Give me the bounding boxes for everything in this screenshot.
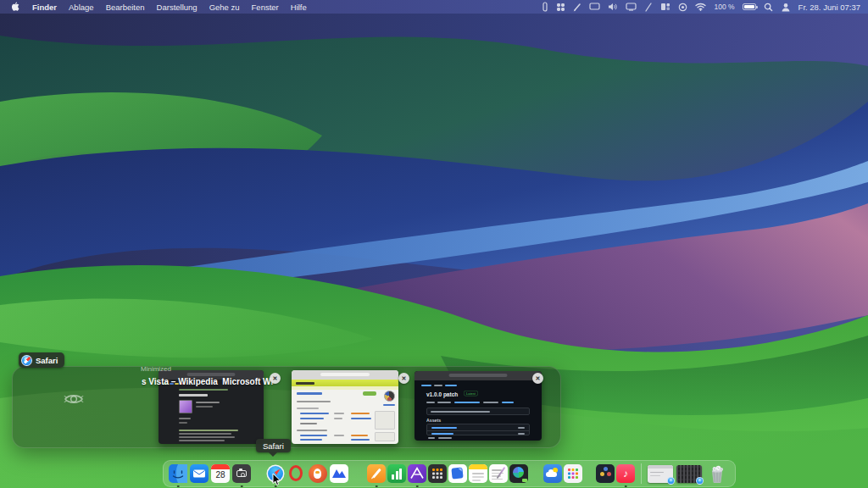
- expose-app-tag: Safari: [19, 352, 64, 368]
- menu-ablage[interactable]: Ablage: [69, 3, 94, 12]
- dock-tooltip-label: Safari: [263, 441, 284, 451]
- window-thumbnail-light-forum[interactable]: [292, 370, 398, 444]
- hidden-eye-icon: [63, 389, 85, 409]
- cloud-glyph: [546, 472, 557, 477]
- thumb2-green-button: [363, 391, 376, 396]
- opera-ring: [289, 465, 303, 481]
- expose-window-title: s Vista – Wikipedia Microsoft Wi: [142, 377, 273, 386]
- thumb3-titlebar: [415, 371, 542, 380]
- dock-mail-icon[interactable]: [190, 464, 209, 483]
- dock-finder-icon[interactable]: [169, 464, 187, 483]
- pill-icon[interactable]: [542, 2, 548, 12]
- battery-percent: 100 %: [714, 3, 734, 11]
- volume-icon[interactable]: [608, 3, 618, 11]
- window-layout-icon[interactable]: [660, 3, 670, 11]
- dock-music-icon[interactable]: ♪: [616, 464, 635, 483]
- close-window-button[interactable]: ✕: [270, 373, 281, 384]
- thumb2-titlebar: [292, 370, 398, 380]
- pencil-icon[interactable]: [573, 3, 581, 12]
- expose-app-label: Safari: [36, 356, 58, 365]
- assets-label: Assets: [426, 418, 441, 423]
- safari-icon: [21, 355, 32, 366]
- dock-vpn-icon[interactable]: [330, 464, 348, 483]
- dock-numbers-icon[interactable]: [387, 464, 406, 483]
- dock-textedit-icon[interactable]: [489, 464, 508, 483]
- pen-glyph: [372, 469, 381, 479]
- dock-screenshot-icon[interactable]: [232, 464, 251, 483]
- menu-clock[interactable]: Fr. 28. Juni 07:37: [798, 3, 860, 12]
- battery-icon[interactable]: [743, 3, 756, 10]
- dots-grid-icon[interactable]: [556, 3, 565, 12]
- desktop: Finder Ablage Bearbeiten Darstellung Geh…: [0, 0, 868, 488]
- release-latest-badge: Latest: [464, 391, 478, 396]
- safari-badge-icon: [696, 477, 704, 485]
- dock-calculator-icon[interactable]: [428, 464, 447, 483]
- user-switch-icon[interactable]: [781, 3, 791, 12]
- menu-fenster[interactable]: Fenster: [252, 3, 279, 12]
- dock-purple-graphics-icon[interactable]: [408, 464, 426, 483]
- dock-pages-icon[interactable]: [367, 464, 386, 483]
- menu-hilfe[interactable]: Hilfe: [291, 3, 307, 12]
- spotlight-icon[interactable]: [764, 3, 773, 12]
- stylus-icon[interactable]: [644, 3, 653, 12]
- dock-minimized-window-light[interactable]: [648, 465, 673, 483]
- menu-app-name[interactable]: Finder: [32, 3, 57, 12]
- dock-tooltip: Safari: [256, 439, 291, 452]
- window-thumbnail-github-release[interactable]: v1.0.0 patch Latest Assets: [415, 371, 542, 441]
- menu-gehe-zu[interactable]: Gehe zu: [209, 3, 240, 12]
- apple-menu-icon[interactable]: [11, 1, 20, 14]
- dock-davinci-resolve-icon[interactable]: [596, 464, 615, 483]
- mouse-cursor: [272, 473, 281, 486]
- calendar-month: JUNI: [211, 464, 230, 469]
- safari-badge-icon: [667, 477, 675, 485]
- camera-icon: [236, 470, 247, 477]
- dock-duckduckgo-icon[interactable]: [309, 464, 327, 483]
- thumb2-avatar: [384, 391, 395, 402]
- menu-bar: Finder Ablage Bearbeiten Darstellung Geh…: [0, 0, 868, 14]
- wifi-icon[interactable]: [695, 3, 706, 11]
- dock-calendar-icon[interactable]: JUNI 28: [211, 464, 230, 483]
- thumb1-image: [179, 400, 192, 413]
- release-title: v1.0.0 patch: [426, 391, 458, 397]
- close-window-button[interactable]: ✕: [532, 373, 543, 384]
- dock-notes-icon[interactable]: [469, 464, 487, 483]
- dock-opera-icon[interactable]: [287, 464, 306, 483]
- display-icon[interactable]: [589, 3, 600, 11]
- close-window-button[interactable]: ✕: [398, 373, 409, 384]
- dock-weather-icon[interactable]: [543, 464, 562, 483]
- dock-minimized-window-keyboard[interactable]: [676, 465, 702, 483]
- screen-mirroring-icon[interactable]: [626, 3, 637, 11]
- record-circle-icon[interactable]: [678, 3, 687, 12]
- dock-trash-icon[interactable]: [707, 464, 727, 483]
- dock-blue-doc-icon[interactable]: [448, 464, 467, 483]
- menu-bearbeiten[interactable]: Bearbeiten: [106, 3, 145, 12]
- menu-darstellung[interactable]: Darstellung: [157, 3, 198, 12]
- dock-pinwheel-utility-icon[interactable]: [509, 464, 528, 483]
- minimized-section-label: Minimized: [141, 365, 171, 373]
- dock: JUNI 28: [163, 460, 736, 487]
- dock-separator: [641, 463, 642, 484]
- calendar-day: 28: [211, 470, 230, 480]
- dock-launchpad-icon[interactable]: [564, 464, 582, 483]
